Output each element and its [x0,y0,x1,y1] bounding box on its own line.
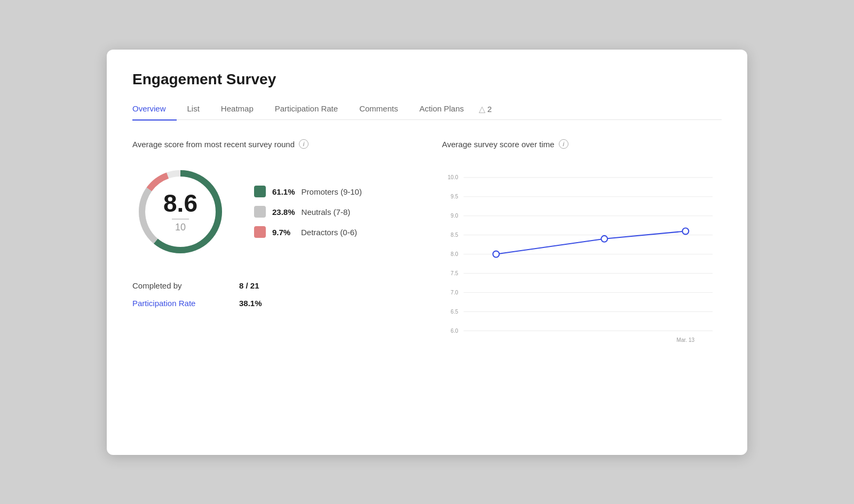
page-title: Engagement Survey [132,71,722,88]
line-chart: 10.0 9.5 9.0 8.5 8.0 7.5 7.0 6.5 [442,157,722,360]
completed-stat: Completed by 8 / 21 [132,281,410,290]
tab-bar: Overview List Heatmap Participation Rate… [132,99,722,121]
donut-center: 8.6 10 [163,191,197,233]
completed-label: Completed by [132,281,239,290]
svg-text:9.5: 9.5 [450,194,458,199]
left-section-label: Average score from most recent survey ro… [132,139,410,149]
detractors-swatch [254,226,266,238]
tab-warning[interactable]: △ 2 [475,99,496,121]
main-card: Engagement Survey Overview List Heatmap … [107,50,747,455]
detractors-pct: 9.7% [272,228,295,237]
donut-divider [172,219,189,220]
neutrals-label: Neutrals (7-8) [302,207,351,217]
donut-chart: 8.6 10 [132,164,228,260]
svg-text:9.0: 9.0 [450,213,458,219]
completed-value: 8 / 21 [239,281,259,290]
tab-participation-rate[interactable]: Participation Rate [264,99,349,121]
tab-list[interactable]: List [177,99,210,121]
content-area: Average score from most recent survey ro… [132,139,722,360]
legend-promoters: 61.1% Promoters (9-10) [254,186,362,197]
chart-dot-1 [493,251,500,258]
participation-stat: Participation Rate 38.1% [132,299,410,308]
legend-list: 61.1% Promoters (9-10) 23.8% Neutrals (7… [254,186,362,238]
tab-heatmap[interactable]: Heatmap [210,99,264,121]
promoters-label: Promoters (9-10) [302,187,362,196]
participation-link[interactable]: Participation Rate [132,299,239,308]
right-info-icon[interactable]: i [559,139,568,149]
svg-text:7.0: 7.0 [450,290,458,295]
tab-overview[interactable]: Overview [132,99,177,121]
warning-count: 2 [487,105,492,114]
svg-text:10.0: 10.0 [448,174,458,180]
detractors-label: Detractors (0-6) [301,228,357,237]
tab-comments[interactable]: Comments [349,99,409,121]
chart-title: Average survey score over time i [442,139,722,149]
promoters-swatch [254,186,266,197]
warning-icon: △ [479,104,485,114]
svg-text:6.5: 6.5 [450,309,458,315]
left-info-icon[interactable]: i [299,139,309,149]
neutrals-swatch [254,206,266,218]
svg-text:7.5: 7.5 [450,270,458,276]
svg-text:6.0: 6.0 [450,328,458,334]
donut-max: 10 [163,221,197,233]
tab-action-plans[interactable]: Action Plans [409,99,475,121]
donut-score: 8.6 [163,191,197,215]
neutrals-pct: 23.8% [272,207,295,217]
right-panel: Average survey score over time i 10.0 9.… [442,139,722,360]
left-panel: Average score from most recent survey ro… [132,139,410,308]
svg-text:8.5: 8.5 [450,232,458,238]
score-section: 8.6 10 61.1% Promoters (9-10) 23.8% [132,164,410,260]
legend-detractors: 9.7% Detractors (0-6) [254,226,362,238]
chart-dot-2 [601,236,607,242]
svg-text:Mar. 13: Mar. 13 [676,337,694,343]
svg-text:8.0: 8.0 [450,251,458,257]
stats-row: Completed by 8 / 21 Participation Rate 3… [132,281,410,308]
promoters-pct: 61.1% [272,187,295,196]
participation-value: 38.1% [239,299,262,308]
legend-neutrals: 23.8% Neutrals (7-8) [254,206,362,218]
chart-dot-3 [682,228,689,235]
